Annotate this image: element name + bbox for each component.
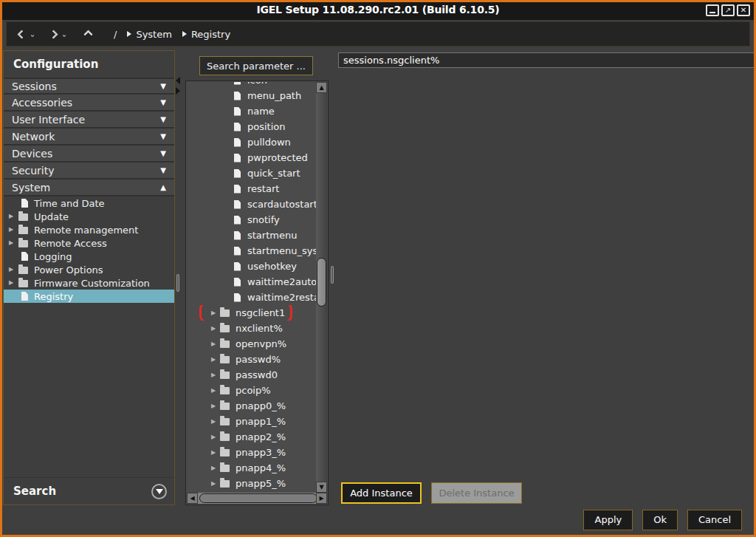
sidebar-splitter[interactable] bbox=[175, 50, 182, 505]
registry-item-pwprotected[interactable]: pwprotected bbox=[187, 150, 316, 165]
scroll-down-icon[interactable]: ▼ bbox=[316, 482, 327, 493]
scroll-left-icon[interactable]: ◀ bbox=[187, 493, 198, 504]
breadcrumb-registry[interactable]: Registry bbox=[182, 29, 230, 40]
tree-expander-icon[interactable] bbox=[9, 240, 16, 246]
sidebar-category-security[interactable]: Security▼ bbox=[4, 163, 174, 179]
tree-expander-icon[interactable] bbox=[9, 227, 16, 233]
sidebar-category-network[interactable]: Network▼ bbox=[4, 129, 174, 146]
back-icon[interactable] bbox=[17, 30, 27, 39]
registry-item-pnapp4[interactable]: pnapp4_% bbox=[187, 460, 316, 476]
tree-expander-icon[interactable] bbox=[211, 419, 218, 425]
horizontal-scroll-thumb[interactable] bbox=[199, 493, 317, 503]
splitter-handle[interactable] bbox=[331, 266, 334, 284]
registry-item-menu-path[interactable]: menu_path bbox=[187, 88, 316, 103]
registry-item-usehotkey[interactable]: usehotkey bbox=[187, 259, 316, 274]
registry-item-pnapp0[interactable]: pnapp0_% bbox=[187, 398, 316, 414]
tree-expander-icon[interactable] bbox=[211, 481, 218, 487]
registry-item-waittime2autostart[interactable]: waittime2autostart bbox=[187, 274, 316, 290]
registry-item-passwd[interactable]: passwd% bbox=[187, 352, 316, 367]
cancel-button[interactable]: Cancel bbox=[687, 510, 742, 530]
registry-item-position[interactable]: position bbox=[187, 119, 316, 134]
registry-item-label: icon bbox=[247, 82, 267, 86]
splitter-handle[interactable] bbox=[176, 274, 179, 292]
folder-icon bbox=[220, 434, 230, 441]
breadcrumb-root[interactable]: / bbox=[114, 29, 117, 40]
registry-item-nxclient[interactable]: nxclient% bbox=[187, 321, 316, 336]
panel-splitter[interactable] bbox=[329, 50, 335, 505]
breadcrumb-system[interactable]: System bbox=[127, 29, 171, 40]
sidebar-item-update[interactable]: Update bbox=[4, 210, 174, 223]
registry-item-startmenu[interactable]: startmenu bbox=[187, 228, 316, 243]
vertical-scroll-thumb[interactable] bbox=[317, 258, 326, 307]
collapse-right-icon[interactable] bbox=[176, 87, 180, 95]
registry-item-quick-start[interactable]: quick_start bbox=[187, 165, 316, 181]
registry-item-snotify[interactable]: snotify bbox=[187, 212, 316, 228]
sidebar-category-user-interface[interactable]: User Interface▼ bbox=[4, 112, 174, 129]
registry-item-openvpn[interactable]: openvpn% bbox=[187, 336, 316, 352]
file-icon bbox=[234, 107, 241, 116]
sidebar-item-remote-access[interactable]: Remote Access bbox=[4, 236, 174, 250]
close-button[interactable]: ✕ bbox=[737, 4, 750, 16]
tree-item-label: Time and Date bbox=[34, 198, 105, 209]
sidebar-item-firmware-customization[interactable]: Firmware Customization bbox=[4, 276, 174, 290]
search-expand-button[interactable] bbox=[151, 484, 167, 499]
horizontal-scrollbar[interactable]: ◀ ▶ bbox=[187, 493, 327, 504]
tree-expander-icon[interactable] bbox=[211, 341, 218, 347]
tree-expander-icon[interactable] bbox=[211, 388, 218, 394]
parameter-filter-input[interactable] bbox=[338, 52, 755, 68]
folder-icon bbox=[220, 465, 230, 472]
add-instance-button[interactable]: Add Instance bbox=[341, 482, 422, 504]
registry-item-label: startmenu_system bbox=[247, 245, 316, 256]
tree-expander-icon[interactable] bbox=[9, 280, 16, 286]
search-parameter-button[interactable]: Search parameter ... bbox=[199, 56, 313, 75]
registry-item-pnapp2[interactable]: pnapp2_% bbox=[187, 429, 316, 445]
registry-item-passwd0[interactable]: passwd0 bbox=[187, 367, 316, 383]
sidebar-category-system[interactable]: System▲ bbox=[4, 179, 174, 196]
up-level-icon[interactable] bbox=[83, 30, 93, 39]
scroll-up-icon[interactable]: ▲ bbox=[316, 82, 327, 93]
forward-history-chevron-down-icon[interactable] bbox=[62, 33, 66, 38]
sidebar-item-logging[interactable]: Logging bbox=[4, 250, 174, 263]
maximize-button[interactable]: ↗ bbox=[721, 4, 735, 16]
sidebar-item-remote-management[interactable]: Remote management bbox=[4, 223, 174, 236]
registry-item-scardautostart[interactable]: scardautostart bbox=[187, 196, 316, 212]
registry-item-pnapp5[interactable]: pnapp5_% bbox=[187, 476, 316, 491]
minimize-button[interactable] bbox=[706, 4, 719, 16]
registry-item-restart[interactable]: restart bbox=[187, 181, 316, 196]
sidebar-item-registry[interactable]: Registry bbox=[4, 290, 174, 303]
tree-expander-icon[interactable] bbox=[211, 357, 218, 363]
tree-expander-icon[interactable] bbox=[211, 434, 218, 440]
collapse-left-icon[interactable] bbox=[176, 77, 180, 84]
vertical-scrollbar[interactable]: ▲ ▼ bbox=[316, 82, 327, 493]
registry-item-pcoip[interactable]: pcoip% bbox=[187, 383, 316, 398]
tree-expander-icon[interactable] bbox=[211, 310, 218, 316]
scroll-right-icon[interactable]: ▶ bbox=[316, 493, 327, 504]
registry-item-pulldown[interactable]: pulldown bbox=[187, 134, 316, 150]
ok-button[interactable]: Ok bbox=[642, 510, 678, 530]
sidebar-item-power-options[interactable]: Power Options bbox=[4, 263, 174, 276]
tree-expander-icon[interactable] bbox=[211, 465, 218, 471]
triangle-down-icon: ▼ bbox=[160, 166, 166, 174]
sidebar-category-sessions[interactable]: Sessions▼ bbox=[4, 78, 174, 95]
delete-instance-button[interactable]: Delete Instance bbox=[431, 482, 522, 504]
tree-expander-icon[interactable] bbox=[9, 213, 16, 219]
registry-item-waittime2restart[interactable]: waittime2restart bbox=[187, 290, 316, 305]
tree-expander-icon[interactable] bbox=[211, 403, 218, 409]
registry-item-startmenu-system[interactable]: startmenu_system bbox=[187, 243, 316, 259]
tree-expander-icon[interactable] bbox=[211, 450, 218, 456]
tree-expander-icon[interactable] bbox=[211, 326, 218, 332]
registry-item-name[interactable]: name bbox=[187, 103, 316, 119]
back-history-chevron-down-icon[interactable] bbox=[30, 33, 35, 38]
apply-button[interactable]: Apply bbox=[583, 510, 633, 530]
registry-item-pnapp1[interactable]: pnapp1_% bbox=[187, 414, 316, 429]
sidebar-category-accessories[interactable]: Accessories▼ bbox=[4, 95, 174, 112]
registry-item-nsgclient1[interactable]: nsgclient1 bbox=[187, 305, 316, 321]
tree-expander-icon[interactable] bbox=[9, 267, 16, 273]
forward-icon[interactable] bbox=[49, 30, 58, 39]
tree-expander-icon[interactable] bbox=[211, 372, 218, 378]
registry-item-icon[interactable]: icon bbox=[187, 82, 316, 88]
sidebar-category-devices[interactable]: Devices▼ bbox=[4, 146, 174, 163]
registry-item-pnapp3[interactable]: pnapp3_% bbox=[187, 445, 316, 460]
sidebar-item-time-and-date[interactable]: Time and Date bbox=[4, 196, 174, 210]
tree-item-label: Remote management bbox=[34, 225, 138, 236]
